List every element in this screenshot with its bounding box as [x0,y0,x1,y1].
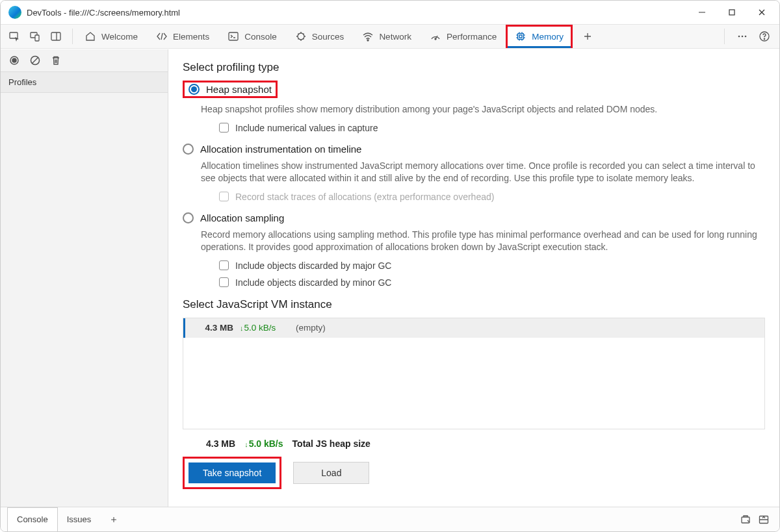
tab-elements[interactable]: Elements [147,25,218,48]
vm-row[interactable]: 4.3 MB 5.0 kB/s (empty) [183,318,764,338]
checkbox-icon[interactable] [219,123,229,133]
window-title: DevTools - file:///C:/screens/memory.htm… [27,8,687,18]
tab-performance[interactable]: Performance [421,25,506,48]
sampling-chk1-row[interactable]: Include objects discarded by major GC [219,260,765,271]
option-sampling-desc: Record memory allocations using sampling… [201,229,765,254]
total-rate: 5.0 kB/s [244,438,283,449]
drawer-tab-console[interactable]: Console [7,507,58,531]
drawer-add-button[interactable] [100,507,127,531]
maximize-button[interactable] [717,1,747,24]
svg-point-32 [764,38,764,39]
elements-icon [156,31,168,42]
vm-rate: 5.0 kB/s [233,323,291,333]
inspect-icon[interactable] [5,27,24,46]
close-button[interactable] [747,1,777,24]
svg-rect-16 [518,34,524,40]
sidebar: Profiles [1,49,168,507]
vm-size: 4.3 MB [185,323,233,333]
svg-point-15 [435,38,436,40]
option-heap-header[interactable]: Heap snapshot [183,81,278,98]
svg-point-28 [738,36,740,38]
record-icon[interactable] [6,52,23,69]
actions-row: Take snapshot Load [183,457,765,489]
option-sampling-title: Allocation sampling [200,212,284,223]
svg-point-13 [367,40,369,41]
computed-styles-icon[interactable] [736,511,755,529]
take-snapshot-button[interactable]: Take snapshot [188,462,276,483]
expand-drawer-icon[interactable] [755,511,773,529]
heap-chk1-row[interactable]: Include numerical values in capture [219,123,765,133]
tab-sources[interactable]: Sources [286,25,354,48]
checkbox-icon [219,192,229,201]
svg-point-29 [742,36,744,38]
drawer-tab-issues[interactable]: Issues [58,507,101,531]
timeline-chk1-label: Record stack traces of allocations (extr… [235,192,494,202]
svg-rect-1 [729,10,734,15]
option-sampling: Allocation sampling Record memory alloca… [183,212,765,288]
sampling-chk2-label: Include objects discarded by minor GC [235,277,391,288]
radio-sampling[interactable] [183,212,194,223]
help-icon[interactable] [755,27,774,46]
tab-console[interactable]: Console [218,25,286,48]
plus-icon [582,31,593,42]
sidebar-toolbar [1,49,168,71]
option-heap-title: Heap snapshot [206,84,272,95]
totals-row: 4.3 MB 5.0 kB/s Total JS heap size [183,429,765,457]
home-icon [84,31,96,42]
radio-heap[interactable] [188,84,200,95]
app-icon [8,6,21,19]
svg-rect-6 [35,35,39,41]
option-timeline-title: Allocation instrumentation on timeline [200,144,361,155]
load-button[interactable]: Load [293,462,369,484]
option-timeline-desc: Allocation timelines show instrumented J… [201,160,765,185]
sources-icon [295,31,307,42]
window-controls [687,1,777,24]
dock-side-icon[interactable] [46,27,66,46]
sampling-chk1-label: Include objects discarded by major GC [235,260,391,271]
minimize-button[interactable] [687,1,717,24]
checkbox-icon[interactable] [219,260,229,270]
vm-heading: Select JavaScript VM instance [183,298,765,311]
option-heap: Heap snapshot Heap snapshot profiles sho… [183,81,765,133]
new-tab-button[interactable] [573,25,603,48]
checkbox-icon[interactable] [219,277,229,287]
clear-icon[interactable] [27,52,44,69]
profiling-heading: Select profiling type [183,61,765,74]
vm-list: 4.3 MB 5.0 kB/s (empty) [183,318,765,429]
sampling-chk2-row[interactable]: Include objects discarded by minor GC [219,277,765,288]
tabbar: Welcome Elements Console Sources Network… [1,24,779,49]
tab-memory[interactable]: Memory [506,25,573,48]
timeline-chk1-row: Record stack traces of allocations (extr… [219,192,765,202]
memory-icon [515,31,526,42]
svg-rect-41 [742,517,749,523]
device-toggle-icon[interactable] [25,27,45,46]
svg-rect-7 [51,32,60,40]
option-timeline: Allocation instrumentation on timeline A… [183,144,765,202]
main-panel: Select profiling type Heap snapshot Heap… [168,49,779,507]
tab-network[interactable]: Network [353,25,421,48]
option-sampling-header[interactable]: Allocation sampling [183,212,765,223]
svg-point-34 [12,58,16,62]
option-timeline-header[interactable]: Allocation instrumentation on timeline [183,144,765,155]
vm-name: (empty) [291,323,326,333]
svg-rect-4 [10,32,18,38]
svg-point-30 [745,36,747,38]
sidebar-heading: Profiles [1,71,168,93]
console-icon [228,31,239,42]
more-icon[interactable] [733,27,752,46]
network-icon [362,31,374,42]
take-snapshot-highlight: Take snapshot [183,457,281,489]
heap-chk1-label: Include numerical values in capture [235,123,378,133]
tab-welcome[interactable]: Welcome [75,25,147,48]
svg-line-36 [32,58,38,64]
delete-icon[interactable] [47,52,64,69]
total-label: Total JS heap size [292,438,370,449]
radio-timeline[interactable] [183,144,194,155]
svg-rect-10 [229,32,238,40]
drawer: Console Issues [1,507,779,531]
svg-rect-17 [519,35,522,38]
titlebar: DevTools - file:///C:/screens/memory.htm… [1,1,779,24]
total-size: 4.3 MB [206,438,235,449]
svg-line-9 [161,33,162,40]
performance-icon [430,31,441,42]
